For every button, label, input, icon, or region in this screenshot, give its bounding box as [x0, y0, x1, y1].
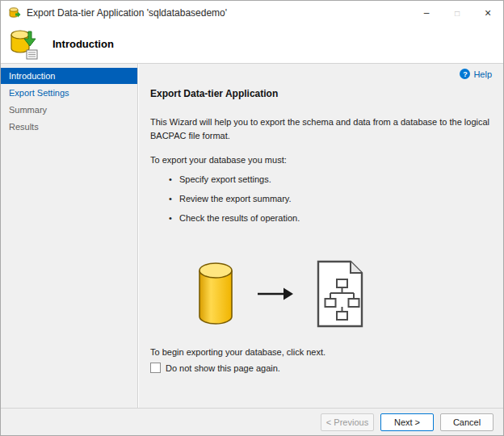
minimize-button[interactable]: –	[411, 1, 442, 25]
wizard-steps-sidebar: Introduction Export Settings Summary Res…	[1, 64, 138, 408]
export-database-icon	[9, 29, 40, 60]
help-label: Help	[473, 69, 492, 79]
bullet-item: Review the export summary.	[179, 194, 492, 203]
requirements-intro: To export your database you must:	[150, 155, 492, 165]
next-button[interactable]: Next >	[380, 413, 434, 431]
bullet-item: Check the results of operation.	[179, 213, 492, 223]
sidebar-item-export-settings[interactable]: Export Settings	[1, 85, 137, 101]
window-title: Export Data-tier Application 'sqldatabas…	[27, 7, 227, 19]
page-title: Introduction	[52, 38, 114, 50]
sidebar-item-results[interactable]: Results	[1, 119, 137, 135]
description-text: This Wizard will help you to export the …	[150, 115, 492, 142]
dont-show-again-row[interactable]: Do not show this page again.	[150, 363, 492, 373]
sidebar-item-summary[interactable]: Summary	[1, 102, 137, 118]
dont-show-again-checkbox[interactable]	[150, 363, 161, 373]
app-icon	[8, 6, 21, 19]
database-cylinder-icon	[197, 262, 234, 326]
arrow-right-icon	[257, 287, 294, 301]
previous-button[interactable]: < Previous	[321, 413, 374, 431]
export-illustration	[197, 260, 363, 328]
bullet-item: Specify export settings.	[179, 174, 492, 184]
help-link[interactable]: ? Help	[460, 69, 492, 79]
button-bar: < Previous Next > Cancel	[1, 408, 503, 435]
window-controls: – □ ×	[411, 1, 503, 25]
begin-text: To begin exporting your database, click …	[150, 347, 492, 357]
sidebar-item-introduction[interactable]: Introduction	[1, 68, 137, 84]
close-button[interactable]: ×	[472, 1, 503, 25]
requirements-list: Specify export settings. Review the expo…	[150, 174, 492, 223]
wizard-window: Export Data-tier Application 'sqldatabas…	[0, 0, 504, 436]
cancel-button[interactable]: Cancel	[440, 413, 494, 431]
wizard-content: ? Help Export Data-tier Application This…	[139, 64, 503, 408]
content-heading: Export Data-tier Application	[150, 88, 492, 99]
dont-show-again-label: Do not show this page again.	[166, 363, 280, 373]
bacpac-file-icon	[317, 260, 363, 328]
maximize-button[interactable]: □	[442, 1, 472, 25]
wizard-header: Introduction	[1, 25, 503, 63]
help-icon: ?	[460, 69, 470, 79]
titlebar: Export Data-tier Application 'sqldatabas…	[1, 1, 503, 25]
